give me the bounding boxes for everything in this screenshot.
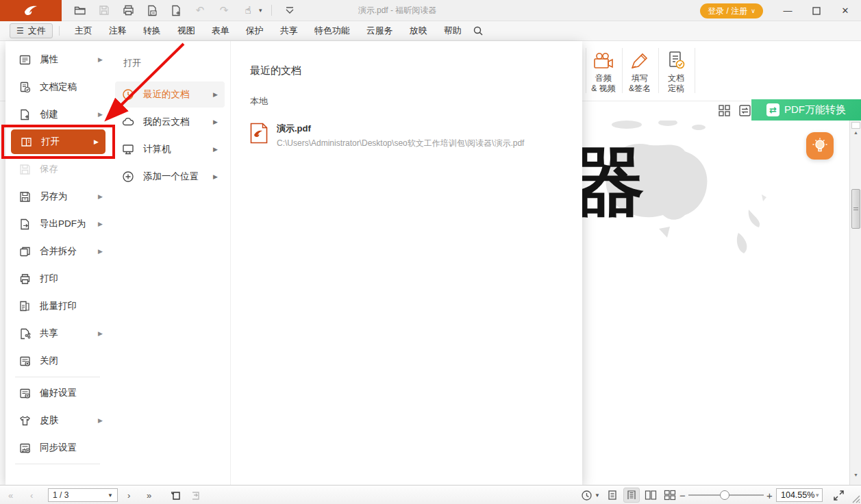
preferences-icon (19, 388, 31, 399)
menu-item-close[interactable]: 关闭 (5, 347, 110, 375)
new-page-button[interactable] (167, 2, 185, 18)
tab-cloud[interactable]: 云服务 (358, 21, 401, 41)
tab-comment[interactable]: 注释 (101, 21, 135, 41)
print-button[interactable] (119, 2, 137, 18)
menu-item-label: 属性 (40, 53, 58, 66)
share-icon (19, 328, 31, 340)
minimize-icon: — (784, 5, 793, 16)
open-panel-header: 打开 (110, 57, 230, 69)
facing-continuous-view-button[interactable] (662, 488, 678, 503)
audio-video-button[interactable]: 音频& 视频 (586, 47, 621, 94)
zoom-in-button[interactable]: + (766, 486, 773, 504)
open-item-add-place[interactable]: 添加一个位置 ▶ (115, 164, 225, 190)
maximize-button[interactable] (805, 1, 828, 21)
single-page-view-button[interactable] (604, 488, 621, 503)
facing-pages-icon (645, 490, 657, 501)
tab-view[interactable]: 视图 (169, 21, 203, 41)
tab-present[interactable]: 放映 (401, 21, 436, 41)
menu-item-print[interactable]: 打印 (5, 265, 110, 292)
page-indicator: 1 / 3 (53, 490, 68, 500)
prev-page-button: ‹ (30, 486, 33, 504)
foxit-logo[interactable] (0, 0, 62, 21)
fill-sign-button[interactable]: 填写&签名 (623, 47, 657, 94)
zoom-level-box[interactable]: 104.55% ▼ (776, 488, 823, 502)
open-item-cloud-documents[interactable]: 我的云文档 ▶ (115, 109, 225, 135)
open-item-recent-documents[interactable]: 最近的文档 ▶ (115, 81, 225, 108)
zoom-out-button[interactable]: − (679, 486, 686, 504)
menu-item-label: 创建 (40, 108, 58, 121)
save-button (95, 2, 113, 18)
tab-form[interactable]: 表单 (203, 21, 238, 41)
tab-convert[interactable]: 转换 (135, 21, 169, 41)
tshirt-icon (19, 415, 31, 427)
menu-item-skin[interactable]: 皮肤 ▶ (5, 407, 110, 434)
fullscreen-button[interactable] (833, 486, 845, 504)
menu-item-create[interactable]: 创建 ▶ (5, 101, 110, 128)
menu-item-batch-print[interactable]: 批量打印 (5, 292, 110, 320)
menu-item-label: 偏好设置 (40, 387, 77, 399)
zoom-slider-handle[interactable] (720, 490, 729, 500)
scroll-down-button[interactable]: ▼ (850, 473, 861, 477)
menu-item-merge-split[interactable]: 合并拆分 ▶ (5, 238, 110, 265)
menu-item-label: 合并拆分 (40, 245, 77, 257)
menu-item-finalize[interactable]: 文档定稿 (5, 73, 110, 101)
resize-grip[interactable] (851, 494, 860, 503)
menu-item-sync-settings[interactable]: 同步设置 (5, 434, 110, 462)
last-page-button[interactable]: » (147, 486, 151, 504)
extract-page-button[interactable] (143, 2, 161, 18)
minimize-button[interactable]: — (776, 1, 799, 21)
hand-tool-caret[interactable]: ▾ (259, 7, 262, 14)
search-button[interactable] (473, 25, 484, 36)
page-minus-icon (147, 5, 158, 16)
next-view-button (190, 486, 202, 504)
scrollbar-thumb[interactable] (851, 189, 860, 229)
document-finalize-icon (19, 81, 31, 93)
submenu-arrow-icon: ▶ (213, 91, 218, 98)
cloud-icon (122, 116, 134, 128)
tab-share[interactable]: 共享 (272, 21, 306, 41)
close-button[interactable]: ✕ (834, 1, 857, 21)
menu-item-properties[interactable]: 属性 ▶ (5, 46, 110, 73)
redo-button: ↷ (215, 2, 233, 18)
vertical-scrollbar[interactable]: ▲ ▼ (849, 121, 861, 485)
previous-view-button[interactable] (170, 486, 182, 504)
login-register-button[interactable]: 登录 / 注册 ∨ (700, 3, 763, 18)
page-number-box[interactable]: 1 / 3 ▼ (48, 488, 118, 502)
menu-item-save: 保存 (5, 155, 110, 183)
open-item-label: 最近的文档 (143, 88, 190, 101)
menu-item-label: 共享 (40, 327, 58, 340)
hand-tool-button[interactable]: ☝ (239, 2, 257, 18)
continuous-view-button[interactable] (623, 488, 640, 503)
menu-item-preferences[interactable]: 偏好设置 (5, 379, 110, 407)
menu-item-share[interactable]: 共享 ▶ (5, 320, 110, 347)
tips-bulb-button[interactable] (806, 132, 834, 160)
menubar-separator (59, 26, 60, 36)
create-document-icon (19, 109, 31, 121)
open-item-computer[interactable]: 计算机 ▶ (115, 136, 225, 162)
single-page-icon (607, 490, 618, 501)
tab-features[interactable]: 特色功能 (306, 21, 358, 41)
menu-item-export-pdf[interactable]: 导出PDF为 ▶ (5, 210, 110, 238)
chevron-expand-icon (285, 7, 295, 14)
rotate-view-button[interactable]: ▼ (581, 486, 600, 504)
next-page-button[interactable]: › (127, 486, 130, 504)
tab-home[interactable]: 主页 (66, 21, 101, 41)
recent-file-item[interactable]: 演示.pdf C:\Users\Administrator\Desktop\se… (250, 123, 582, 149)
foxit-reader-window: ↶ ↷ ☝ ▾ 演示.pdf - 福昕阅读器 登录 / 注册 ∨ — ✕ ☰ 文… (0, 0, 861, 504)
ribbon-separator (695, 48, 695, 93)
submenu-arrow-icon: ▶ (98, 193, 103, 200)
thumbnail-grid-button[interactable] (718, 104, 731, 119)
tab-file[interactable]: ☰ 文件 (10, 23, 53, 38)
file-menu-list: 属性 ▶ 文档定稿 创建 ▶ 打开 ▶ 保存 (5, 41, 110, 485)
reflow-button[interactable] (738, 104, 751, 119)
pdf-convert-button[interactable]: ⇄ PDF万能转换 (751, 99, 861, 121)
menu-item-save-as[interactable]: 另存为 ▶ (5, 183, 110, 210)
scroll-up-button[interactable]: ▲ (850, 130, 861, 135)
facing-view-button[interactable] (642, 488, 659, 503)
open-file-button[interactable] (71, 2, 89, 18)
finalize-doc-button[interactable]: 文档定稿 (659, 47, 693, 94)
tab-help[interactable]: 帮助 (436, 21, 470, 41)
tab-protect[interactable]: 保护 (238, 21, 272, 41)
finalize-doc-label: 文档定稿 (659, 73, 693, 94)
save-icon (19, 164, 31, 175)
